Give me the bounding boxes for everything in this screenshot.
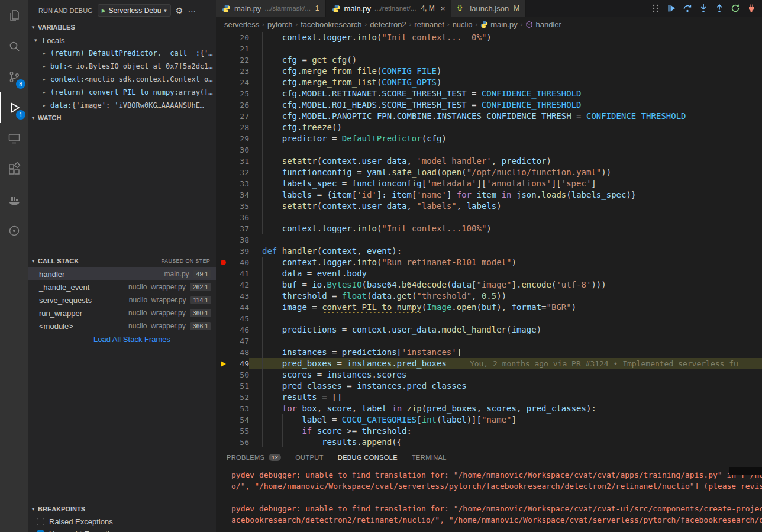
watch-section-title: WATCH [38,114,62,121]
breadcrumb-separator-icon: › [365,21,367,28]
breadcrumb-separator-icon: › [296,21,298,28]
variables-section-header[interactable]: ▾ VARIABLES [28,21,216,34]
debug-console-output[interactable]: pydev debugger: unable to find translati… [216,467,762,532]
stack-frame-row[interactable]: _handle_event_nuclio_wrapper.py262:1 [28,280,216,294]
remote-explorer-icon [7,131,21,146]
debug-gripper-button[interactable] [651,4,660,13]
panel-tab-output[interactable]: OUTPUT [295,447,324,467]
stack-frame-row[interactable]: <module>_nuclio_wrapper.py366:1 [28,320,216,333]
gear-icon[interactable]: ⚙ [176,6,183,15]
code-line: 51pred_classes = instances.pred_classes [216,381,762,392]
variable-row[interactable]: ▸data: {'image': 'iVBORw0KG…AAAANSUhE… [28,99,216,111]
indent-guide [262,347,282,358]
breadcrumb-item[interactable]: pytorch [267,20,293,29]
scope-locals[interactable]: ▾ Locals [28,34,216,47]
panel-tab-terminal[interactable]: TERMINAL [412,447,447,467]
tab-description: .../retinanet/... [374,5,416,12]
line-number: 25 [230,88,249,99]
variables-section-title: VARIABLES [38,24,75,31]
git-blame-annotation: You, 2 months ago via PR #3124 • Impleme… [470,359,738,368]
indent-guide [262,437,282,447]
python-file-icon [222,4,231,13]
indent-guide [262,54,282,66]
line-number: 29 [230,133,249,144]
code-text: def handler(context, event): [249,246,762,257]
breadcrumb-item[interactable]: serverless [224,20,259,29]
plugin-activity-button[interactable] [0,215,28,246]
breakpoint-row[interactable]: Raised Exceptions [28,515,216,528]
variables-list: ▸(return) DefaultPredictor.__call__: {'i… [28,47,216,111]
code-text: context.logger.info("Init context...100%… [249,223,762,234]
run-and-debug-activity-button[interactable]: 1 [0,92,28,123]
stack-frame-row[interactable]: handlermain.py49:1 [28,267,216,280]
stack-frame-position-badge: 366:1 [190,322,211,330]
gutter-glyph-margin [216,223,230,234]
call-stack-section-header[interactable]: ▾ CALL STACK PAUSED ON STEP [28,254,216,267]
breakpoints-section-header[interactable]: ▾ BREAKPOINTS [28,502,216,515]
debug-step-out-button[interactable] [715,4,724,13]
watch-section-header[interactable]: ▾ WATCH [28,111,216,124]
stack-frame-row[interactable]: run_wrapper_nuclio_wrapper.py360:1 [28,307,216,320]
code-text [249,336,762,347]
source-control-activity-button[interactable]: 8 [0,62,28,92]
breakpoint-row[interactable]: ✓Uncaught Exceptions [28,528,216,532]
indent-guide [262,99,282,111]
code-line: 39def handler(context, event): [216,246,762,257]
editor-tab[interactable]: main.py.../siammask/...1 [216,0,326,17]
variable-row[interactable]: ▸(return) DefaultPredictor.__call__: {'i… [28,47,216,60]
debug-step-over-button[interactable] [683,4,692,13]
line-number: 20 [230,32,249,43]
breadcrumb-item[interactable]: main.py [480,20,518,29]
editor-tab[interactable]: {}launch.jsonM [451,0,526,17]
breadcrumb-item[interactable]: handler [525,20,561,29]
line-number: 31 [230,156,249,167]
breadcrumb-item[interactable]: facebookresearch [301,20,361,29]
start-debug-icon[interactable]: ▶ [102,8,106,14]
more-actions-icon[interactable]: ⋯ [188,6,196,15]
launch-config-picker[interactable]: ▶ Serverless Debu ▾ [98,4,171,17]
gutter-glyph-margin[interactable] [216,358,230,369]
breadcrumb-item[interactable]: detectron2 [370,20,406,29]
stack-frame-position-badge: 49:1 [193,270,211,278]
load-all-stack-frames-link[interactable]: Load All Stack Frames [28,333,216,346]
gutter-glyph-margin [216,392,230,403]
code-text: predictions = context.user_data.model_ha… [249,324,762,336]
breadcrumb-item[interactable]: retinanet [414,20,444,29]
panel-tabs: PROBLEMS12OUTPUTDEBUG CONSOLETERMINAL [216,447,762,467]
remote-explorer-activity-button[interactable] [0,123,28,154]
editor-tab[interactable]: main.py.../retinanet/...4, M× [326,0,452,17]
stack-frame-row[interactable]: serve_requests_nuclio_wrapper.py114:1 [28,294,216,307]
scrollbar-thumb[interactable] [729,467,762,475]
explorer-activity-button[interactable] [0,0,28,31]
gutter-glyph-margin[interactable] [216,257,230,268]
indent-guide [262,111,282,122]
variable-row[interactable]: ▸buf: <_io.BytesIO object at 0x7f5a2dc1e… [28,60,216,73]
breadcrumb-item[interactable]: nuclio [453,20,473,29]
debug-continue-button[interactable] [667,4,676,13]
panel-tab-label: TERMINAL [412,454,447,461]
json-file-icon: {} [457,4,466,13]
python-file-icon [332,4,341,13]
code-editor[interactable]: 20context.logger.info("Init context... 0… [216,32,762,447]
code-text [249,144,762,156]
checkbox-unchecked[interactable] [37,518,44,525]
line-number: 48 [230,347,249,358]
stack-frame-file: main.py [164,270,193,278]
line-number: 36 [230,212,249,223]
code-text: scores = instances.scores [249,369,762,381]
indent-guide [262,32,282,43]
panel-tab-problems[interactable]: PROBLEMS12 [227,447,281,467]
editor-area: main.py.../siammask/...1main.py.../retin… [216,0,762,532]
search-activity-button[interactable] [0,31,28,62]
debug-restart-button[interactable] [731,4,740,13]
debug-disconnect-button[interactable] [747,4,756,13]
docker-activity-button[interactable] [0,185,28,215]
variable-row[interactable]: ▸(return) convert_PIL_to_numpy: array([[… [28,86,216,99]
extensions-activity-button[interactable] [0,154,28,185]
debug-step-into-button[interactable] [699,4,708,13]
gutter-glyph-margin [216,279,230,291]
panel-tab-debug-console[interactable]: DEBUG CONSOLE [338,447,398,467]
variable-row[interactable]: ▸context: <nuclio_sdk.context.Context ob… [28,73,216,86]
close-icon[interactable]: × [441,4,445,13]
code-line: 26cfg.MODEL.ROI_HEADS.SCORE_THRESH_TEST … [216,99,762,111]
